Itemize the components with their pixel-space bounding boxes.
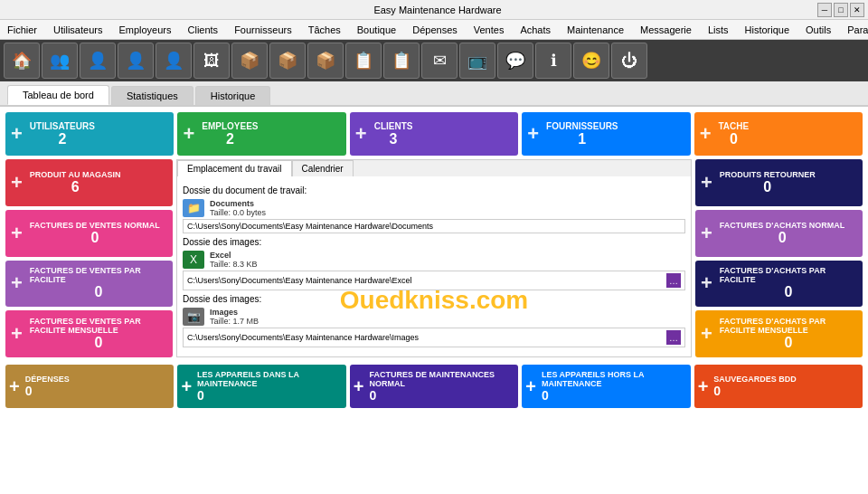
stat-card-4[interactable]: +TACHE0 — [694, 112, 863, 156]
bottom-row: +DÉPENSES0+LES APPAREILS DANS LA MAINTEN… — [5, 365, 863, 408]
left-panel: +PRODUIT AU MAGASIN6+FACTURES DE VENTES … — [5, 159, 173, 357]
work-location-panel: Emplacement du travail Calendrier Dossie… — [176, 159, 692, 357]
plus-icon-right-0: + — [701, 171, 712, 195]
menu-bar: FichierUtilisateursEmployeursClientsFour… — [0, 20, 868, 40]
doc-size: Taille: 0.0 bytes — [210, 208, 266, 217]
left-card-0[interactable]: +PRODUIT AU MAGASIN6 — [5, 159, 173, 206]
main-content: Ouedkniss.com +UTILISATEURS2+EMPLOYEES2+… — [0, 107, 868, 494]
toolbar-btn-12[interactable]: 📺 — [459, 43, 495, 79]
tab-tableau-de-bord[interactable]: Tableau de bord — [7, 85, 109, 105]
img-path-row: C:\Users\Sony\Documents\Easy Maintenance… — [183, 271, 685, 290]
plus-icon-right-3: + — [701, 322, 712, 346]
bottom-card-4[interactable]: +SAUVEGARDES BDD0 — [694, 365, 863, 408]
toolbar-btn-15[interactable]: 😊 — [573, 43, 609, 79]
bottom-card-0[interactable]: +DÉPENSES0 — [5, 365, 174, 408]
right-card-2[interactable]: +FACTURES D'ACHATS PAR FACILITE0 — [695, 261, 863, 308]
maximize-button[interactable]: □ — [834, 3, 848, 17]
right-card-0[interactable]: +PRODUITS RETOURNER0 — [695, 159, 863, 206]
doc-path-row: C:\Users\Sony\Documents\Easy Maintenance… — [183, 219, 685, 233]
toolbar-btn-13[interactable]: 💬 — [497, 43, 533, 79]
plus-icon-bottom-2: + — [354, 376, 364, 397]
img-folder-icon: X — [183, 251, 204, 269]
plus-icon-right-2: + — [701, 271, 712, 295]
right-panel: +PRODUITS RETOURNER0+FACTURES D'ACHATS N… — [695, 159, 863, 357]
middle-section: +PRODUIT AU MAGASIN6+FACTURES DE VENTES … — [5, 159, 863, 357]
menu-item-tches[interactable]: Tâches — [305, 23, 344, 37]
menu-item-lists[interactable]: Lists — [704, 23, 732, 37]
tab-emplacement[interactable]: Emplacement du travail — [177, 160, 292, 176]
tab-calendrier[interactable]: Calendrier — [292, 160, 354, 176]
title-bar-title: Easy Maintenance Hardware — [58, 5, 817, 15]
menu-item-maintenance[interactable]: Maintenance — [563, 23, 627, 37]
toolbar: 🏠👥👤👤👤🖼📦📦📦📋📋✉📺💬ℹ😊⏻ — [0, 40, 868, 81]
toolbar-btn-11[interactable]: ✉ — [421, 43, 458, 79]
toolbar-btn-10[interactable]: 📋 — [383, 43, 420, 79]
tabs-bar: Tableau de bordStatistiquesHistorique — [0, 81, 868, 107]
toolbar-btn-7[interactable]: 📦 — [269, 43, 306, 79]
stat-card-3[interactable]: +FOURNISSEURS1 — [522, 112, 690, 156]
menu-item-boutique[interactable]: Boutique — [354, 23, 400, 37]
menu-item-paramtres[interactable]: Paramètres — [844, 23, 868, 37]
stat-card-0[interactable]: +UTILISATEURS2 — [5, 112, 174, 156]
plus-icon-1: + — [183, 122, 194, 146]
tab-historique[interactable]: Historique — [195, 86, 271, 105]
toolbar-btn-4[interactable]: 👤 — [156, 43, 192, 79]
menu-item-utilisateurs[interactable]: Utilisateurs — [50, 23, 106, 37]
menu-item-ventes[interactable]: Ventes — [470, 23, 508, 37]
left-card-3[interactable]: +FACTURES DE VENTES PAR FACILITE MENSUEL… — [5, 310, 173, 357]
img-folder-row: X Excel Taille: 8.3 KB — [183, 251, 685, 269]
minimize-button[interactable]: ─ — [817, 3, 832, 17]
dashboard-grid: +UTILISATEURS2+EMPLOYEES2+CLIENTS3+FOURN… — [5, 112, 863, 408]
toolbar-btn-9[interactable]: 📋 — [345, 43, 382, 79]
menu-item-achats[interactable]: Achats — [516, 23, 554, 37]
toolbar-btn-0[interactable]: 🏠 — [4, 43, 40, 79]
menu-item-messagerie[interactable]: Messagerie — [637, 23, 695, 37]
img-section-label: Dossie des images: — [183, 237, 685, 247]
right-card-1[interactable]: +FACTURES D'ACHATS NORMAL0 — [695, 210, 863, 257]
img-info: Excel Taille: 8.3 KB — [210, 251, 258, 269]
toolbar-btn-5[interactable]: 🖼 — [193, 43, 230, 79]
plus-icon-left-2: + — [11, 271, 23, 295]
doc-section-label: Dossie du document de travail: — [183, 185, 685, 195]
plus-icon-right-1: + — [701, 222, 712, 245]
toolbar-btn-8[interactable]: 📦 — [307, 43, 344, 79]
menu-item-clients[interactable]: Clients — [184, 23, 222, 37]
toolbar-btn-2[interactable]: 👤 — [80, 43, 116, 79]
left-card-1[interactable]: +FACTURES DE VENTES NORMAL0 — [5, 210, 173, 257]
center-tabs: Emplacement du travail Calendrier — [177, 160, 691, 176]
menu-item-employeurs[interactable]: Employeurs — [115, 23, 175, 37]
bottom-card-1[interactable]: +LES APPAREILS DANS LA MAINTENANCE0 — [177, 365, 345, 408]
img-path-btn[interactable]: … — [666, 273, 681, 288]
bottom-card-3[interactable]: +LES APPAREILS HORS LA MAINTENANCE0 — [522, 365, 690, 408]
doc-path-text: C:\Users\Sony\Documents\Easy Maintenance… — [187, 222, 681, 231]
img2-path-text: C:\Users\Sony\Documents\Easy Maintenance… — [187, 333, 666, 342]
menu-item-dpenses[interactable]: Dépenses — [409, 23, 461, 37]
tab-statistiques[interactable]: Statistiques — [111, 86, 193, 105]
left-card-2[interactable]: +FACTURES DE VENTES PAR FACILITE0 — [5, 261, 173, 308]
plus-icon-left-0: + — [11, 171, 23, 195]
img2-path-btn[interactable]: … — [666, 330, 681, 345]
menu-item-historique[interactable]: Historique — [741, 23, 794, 37]
menu-item-fournisseurs[interactable]: Fournisseurs — [231, 23, 296, 37]
menu-item-outils[interactable]: Outils — [802, 23, 835, 37]
doc-info: Documents Taille: 0.0 bytes — [210, 199, 266, 217]
img2-size: Taille: 1.7 MB — [210, 317, 259, 326]
menu-item-fichier[interactable]: Fichier — [4, 23, 41, 37]
close-button[interactable]: ✕ — [850, 3, 864, 17]
title-bar: Easy Maintenance Hardware ─ □ ✕ — [0, 0, 868, 20]
plus-icon-left-1: + — [11, 222, 23, 245]
bottom-card-2[interactable]: +FACTURES DE MAINTENANCES NORMAL0 — [350, 365, 518, 408]
toolbar-btn-14[interactable]: ℹ — [535, 43, 571, 79]
right-card-3[interactable]: +FACTURES D'ACHATS PAR FACILITE MENSUELL… — [695, 310, 863, 357]
stat-card-1[interactable]: +EMPLOYEES2 — [177, 112, 345, 156]
img-size: Taille: 8.3 KB — [210, 260, 258, 269]
img2-path-row: C:\Users\Sony\Documents\Easy Maintenance… — [183, 328, 685, 347]
plus-icon-bottom-0: + — [9, 376, 20, 397]
toolbar-btn-6[interactable]: 📦 — [231, 43, 268, 79]
plus-icon-3: + — [527, 122, 539, 146]
toolbar-btn-16[interactable]: ⏻ — [611, 43, 647, 79]
plus-icon-4: + — [700, 122, 712, 146]
toolbar-btn-1[interactable]: 👥 — [42, 43, 78, 79]
stat-card-2[interactable]: +CLIENTS3 — [350, 112, 518, 156]
toolbar-btn-3[interactable]: 👤 — [118, 43, 154, 79]
